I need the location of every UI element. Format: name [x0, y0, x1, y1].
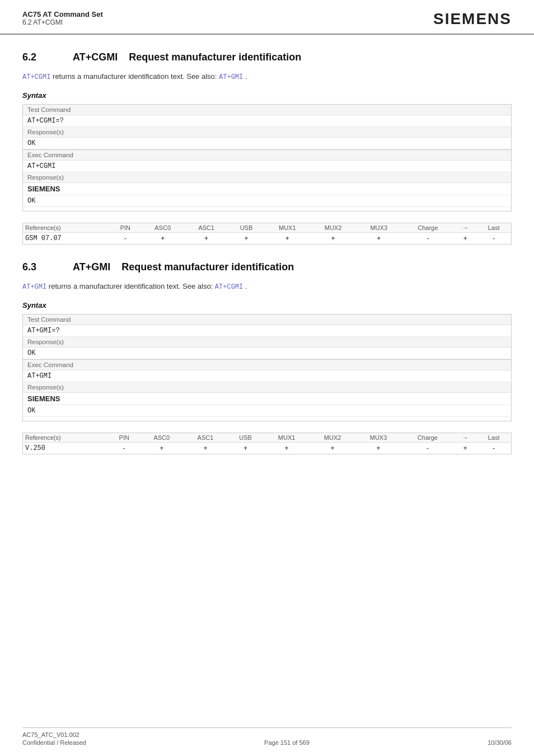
- ref-col-mux1-6-3: MUX1: [264, 433, 310, 443]
- exec-response-label-6-2: Response(s): [23, 172, 512, 183]
- ref-col-charge-6-2: Charge: [402, 223, 454, 233]
- ref-data-row-6-2: GSM 07.07 - + + + + + + - + -: [23, 233, 512, 245]
- reference-table-6-2: Reference(s) PIN ASC0 ASC1 USB MUX1 MUX2…: [22, 223, 512, 245]
- header-left: AC75 AT Command Set 6.2 AT+CGMI: [22, 10, 103, 26]
- ref-col-mux1-6-2: MUX1: [264, 223, 310, 233]
- ref-val-charge-6-2: -: [402, 233, 454, 245]
- section-6-2-number: 6.2: [22, 51, 56, 63]
- ref-header-row-6-2: Reference(s) PIN ASC0 ASC1 USB MUX1 MUX2…: [23, 223, 512, 233]
- siemens-logo: SIEMENS: [433, 10, 512, 28]
- footer-confidential: Confidential / Released: [22, 739, 86, 746]
- ref-val-asc1-6-3: +: [184, 443, 227, 454]
- ref-v250-label-6-3: V.250: [23, 443, 109, 454]
- ref-val-usb-6-3: +: [227, 443, 264, 454]
- ref-col-asc1-6-2: ASC1: [185, 223, 228, 233]
- ref-val-mux2-6-3: +: [310, 443, 355, 454]
- exec-command-value-6-3: AT+GMI: [23, 370, 512, 382]
- section-6-2-title: AT+CGMI Request manufacturer identificat…: [73, 51, 301, 63]
- ref-header-row-6-3: Reference(s) PIN ASC0 ASC1 USB MUX1 MUX2…: [23, 433, 512, 443]
- ref-col-usb-6-2: USB: [228, 223, 265, 233]
- section-6-3-heading: 6.3 AT+GMI Request manufacturer identifi…: [22, 261, 512, 273]
- test-response-label-6-3: Response(s): [23, 337, 512, 348]
- ref-gsm-label-6-2: GSM 07.07: [23, 233, 110, 245]
- exec-command-label-6-3: Exec Command: [23, 360, 512, 370]
- ref-val-mux3-6-3: +: [355, 443, 401, 454]
- ref-col-asc0-6-2: ASC0: [141, 223, 185, 233]
- section-6-3-number: 6.3: [22, 261, 56, 273]
- ref-col-last-6-3: Last: [476, 433, 511, 443]
- section-6-2-description: AT+CGMI returns a manufacturer identific…: [22, 71, 512, 82]
- ref-val-asc0-6-2: +: [141, 233, 185, 245]
- test-response-value-6-2: OK: [23, 138, 512, 149]
- ref-col-pin-6-2: PIN: [110, 223, 141, 233]
- header-subtitle: 6.2 AT+CGMI: [22, 18, 103, 26]
- command-table-6-2: Test Command AT+CGMI=? Response(s) OK Ex…: [22, 104, 512, 212]
- link-at-gmi-2[interactable]: AT+GMI: [22, 283, 46, 291]
- ref-val-arrow-6-2: +: [454, 233, 476, 245]
- footer-page-info: Page 151 of 569: [264, 739, 310, 746]
- ref-col-arrow-6-2: →: [454, 223, 476, 233]
- exec-response-siemens-6-2: SIEMENS: [23, 183, 512, 195]
- test-response-label-6-2: Response(s): [23, 127, 512, 138]
- section-6-3-description: AT+GMI returns a manufacturer identifica…: [22, 281, 512, 292]
- exec-response-ok-6-2: OK: [23, 195, 512, 207]
- ref-val-mux2-6-2: +: [310, 233, 356, 245]
- ref-val-last-6-3: -: [476, 443, 511, 454]
- ref-val-last-6-2: -: [476, 233, 511, 245]
- ref-val-pin-6-2: -: [110, 233, 141, 245]
- footer-doc-id: AC75_ATC_V01.002: [22, 731, 86, 738]
- footer-left: AC75_ATC_V01.002 Confidential / Released: [22, 731, 86, 746]
- ref-val-pin-6-3: -: [109, 443, 140, 454]
- ref-col-mux2-6-2: MUX2: [310, 223, 356, 233]
- link-at-cgmi-1[interactable]: AT+CGMI: [22, 73, 50, 81]
- ref-val-charge-6-3: -: [401, 443, 454, 454]
- test-response-value-6-3: OK: [23, 348, 512, 359]
- ref-val-mux3-6-2: +: [356, 233, 402, 245]
- ref-val-arrow-6-3: +: [454, 443, 476, 454]
- footer-date: 10/30/06: [488, 739, 512, 746]
- section-6-2-heading: 6.2 AT+CGMI Request manufacturer identif…: [22, 51, 512, 63]
- reference-table-6-3: Reference(s) PIN ASC0 ASC1 USB MUX1 MUX2…: [22, 433, 512, 454]
- test-command-value-6-2: AT+CGMI=?: [23, 115, 512, 127]
- ref-label-6-2: Reference(s): [23, 223, 110, 233]
- ref-col-usb-6-3: USB: [227, 433, 264, 443]
- ref-val-mux1-6-2: +: [264, 233, 310, 245]
- section-6-3-title: AT+GMI Request manufacturer identificati…: [73, 261, 294, 273]
- syntax-label-6-3: Syntax: [22, 301, 512, 309]
- test-command-value-6-3: AT+GMI=?: [23, 325, 512, 337]
- ref-col-asc0-6-3: ASC0: [140, 433, 184, 443]
- section-6-3: 6.3 AT+GMI Request manufacturer identifi…: [22, 261, 512, 454]
- command-table-6-3: Test Command AT+GMI=? Response(s) OK Exe…: [22, 314, 512, 421]
- syntax-label-6-2: Syntax: [22, 91, 512, 100]
- ref-col-asc1-6-3: ASC1: [184, 433, 227, 443]
- exec-response-ok-6-3: OK: [23, 405, 512, 417]
- link-at-cgmi-2[interactable]: AT+CGMI: [215, 283, 243, 291]
- exec-response-siemens-6-3: SIEMENS: [23, 393, 512, 405]
- ref-val-asc0-6-3: +: [140, 443, 184, 454]
- page-header: AC75 AT Command Set 6.2 AT+CGMI SIEMENS: [0, 0, 534, 35]
- exec-command-value-6-2: AT+CGMI: [23, 161, 512, 172]
- ref-col-charge-6-3: Charge: [401, 433, 454, 443]
- ref-data-row-6-3: V.250 - + + + + + + - + -: [23, 443, 512, 454]
- test-command-label-6-2: Test Command: [23, 105, 512, 115]
- header-title: AC75 AT Command Set: [22, 10, 103, 18]
- page-footer: AC75_ATC_V01.002 Confidential / Released…: [22, 727, 512, 746]
- ref-col-mux2-6-3: MUX2: [310, 433, 355, 443]
- link-at-gmi-1[interactable]: AT+GMI: [219, 73, 243, 81]
- section-6-2: 6.2 AT+CGMI Request manufacturer identif…: [22, 51, 512, 245]
- ref-col-mux3-6-3: MUX3: [355, 433, 401, 443]
- ref-col-pin-6-3: PIN: [109, 433, 140, 443]
- exec-response-label-6-3: Response(s): [23, 382, 512, 393]
- test-command-label-6-3: Test Command: [23, 314, 512, 325]
- ref-col-last-6-2: Last: [476, 223, 511, 233]
- ref-val-mux1-6-3: +: [264, 443, 310, 454]
- ref-label-6-3: Reference(s): [23, 433, 109, 443]
- ref-val-asc1-6-2: +: [185, 233, 228, 245]
- ref-col-mux3-6-2: MUX3: [356, 223, 402, 233]
- ref-col-arrow-6-3: →: [454, 433, 476, 443]
- page-content: 6.2 AT+CGMI Request manufacturer identif…: [0, 35, 534, 482]
- exec-command-label-6-2: Exec Command: [23, 150, 512, 161]
- ref-val-usb-6-2: +: [228, 233, 265, 245]
